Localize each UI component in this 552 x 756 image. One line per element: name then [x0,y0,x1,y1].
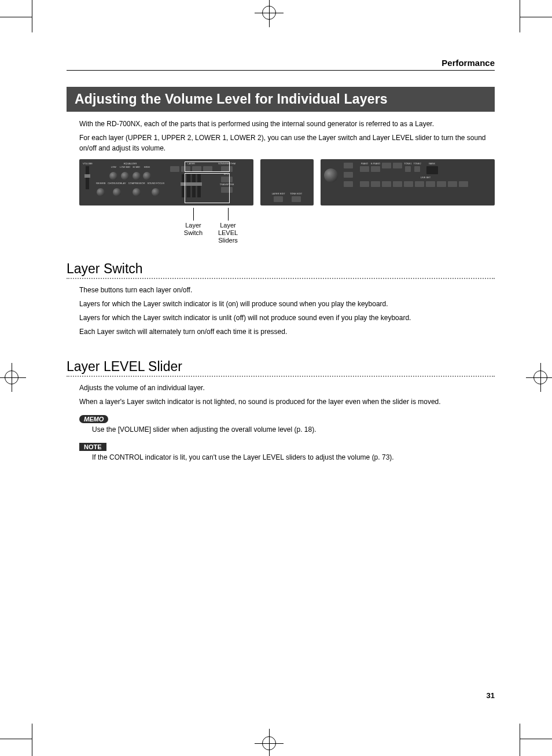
paragraph: When a layer's Layer switch indicator is… [79,397,495,407]
note-text: If the CONTROL indicator is lit, you can… [92,452,495,463]
button-icon [344,172,353,178]
panel-left: VOLUME EQUALIZER LOW LOW MID HI MID HIGH… [79,159,253,205]
panel-illustration: VOLUME EQUALIZER LOW LOW MID HI MID HIGH… [79,159,495,205]
crop-mark [32,724,32,756]
button-icon [393,181,402,187]
paragraph: Layers for which the Layer switch indica… [79,299,495,309]
button-icon [360,166,369,172]
button-icon [221,177,233,182]
callout-layer-sliders: Layer LEVEL Sliders [214,222,242,245]
button-icon [274,196,283,202]
button-icon [414,166,420,172]
page-number: 31 [487,691,495,700]
button-icon [459,181,468,187]
knob-icon [152,188,160,196]
memo-badge: MEMO [79,415,108,423]
knob-icon [133,172,141,180]
registration-mark-icon [533,370,547,384]
knob-icon [133,188,141,196]
panel-right: PIANO E.PIANO TONE1 TONE2 BANK LIVE SET [321,159,495,205]
button-icon [405,166,411,172]
memo-text: Use the [VOLUME] slider when adjusting t… [92,424,495,435]
button-icon [415,181,424,187]
dial-icon [324,168,338,182]
slider-icon [182,174,185,197]
slider-icon [187,174,190,197]
slider-icon [197,174,201,197]
button-icon [404,181,413,187]
note-badge: NOTE [79,443,106,451]
knob-icon [109,172,117,180]
dotted-rule [67,376,495,377]
knob-icon [113,188,121,196]
intro-paragraph: With the RD-700NX, each of the parts tha… [79,119,495,129]
crop-mark [520,17,552,17]
button-icon [393,163,402,168]
panel-center: LAYER EDIT TONE EDIT [260,159,314,205]
display-icon [426,166,438,174]
knob-icon [143,172,151,180]
button-icon [371,166,380,172]
button-icon [221,166,233,172]
registration-mark-icon [262,736,276,750]
registration-mark-icon [5,370,19,384]
callout-layer-switch: Layer Switch [179,222,208,237]
crop-mark [520,739,552,739]
crop-mark [520,724,520,756]
registration-mark-icon [262,6,276,20]
button-icon [292,196,301,202]
knob-icon [121,172,129,180]
button-icon [221,187,233,193]
button-icon [426,181,435,187]
button-icon [344,163,353,168]
button-icon [382,181,391,187]
dotted-rule [67,278,495,279]
button-icon [192,166,201,172]
callout-labels: Layer Switch Layer LEVEL Sliders [79,209,495,244]
button-icon [371,181,380,187]
paragraph: These buttons turn each layer on/off. [79,285,495,295]
intro-paragraph: For each layer (UPPER 1, UPPER 2, LOWER … [79,133,495,153]
button-icon [437,181,446,187]
button-icon [448,181,457,187]
crop-mark [520,0,520,32]
paragraph: Adjusts the volume of an individual laye… [79,383,495,393]
button-icon [170,166,179,172]
paragraph: Each Layer switch will alternately turn … [79,326,495,337]
page-title: Adjusting the Volume Level for Individua… [67,87,495,112]
button-icon [382,163,391,168]
button-icon [360,181,369,187]
slider-icon [192,174,196,197]
crop-mark [32,0,32,32]
paragraph: Layers for which the Layer switch indica… [79,313,495,323]
knob-icon [97,188,105,196]
button-icon [344,181,353,187]
button-icon [203,166,212,172]
slider-icon [86,166,89,189]
page-content: Performance Adjusting the Volume Level f… [67,58,495,466]
button-icon [181,166,190,172]
section-header: Performance [67,58,495,71]
crop-mark [0,17,32,17]
crop-mark [0,739,32,739]
subheading-layer-switch: Layer Switch [67,261,495,277]
subheading-layer-level-slider: Layer LEVEL Slider [67,359,495,375]
